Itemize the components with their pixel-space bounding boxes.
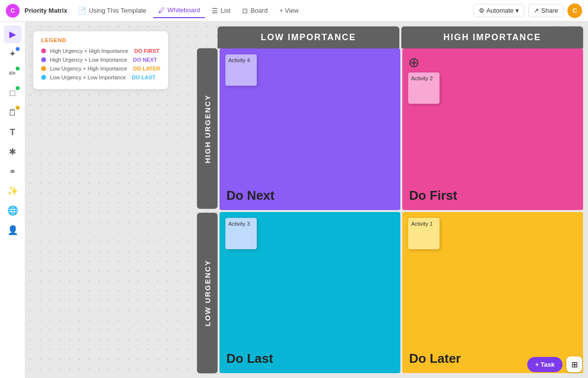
tab-board[interactable]: ⊡ Board	[237, 4, 272, 18]
alert-icon: ⊕	[408, 54, 577, 71]
ai-dot	[16, 47, 20, 51]
ai-icon: ✦	[9, 48, 16, 59]
sticky-dot	[16, 106, 20, 110]
matrix-col-headers: LOW IMPORTANCE HIGH IMPORTANCE	[218, 26, 583, 48]
automate-label: Automate	[487, 7, 514, 14]
sidebar-item-rect[interactable]: □	[4, 84, 22, 102]
col-header-low: LOW IMPORTANCE	[218, 26, 399, 48]
cell-label-do-first: Do First	[409, 188, 457, 203]
matrix-body: HIGH URGENCY LOW URGENCY Activity 4 Do N…	[197, 48, 583, 373]
legend-item-next: High Urgency + Low Importance DO NEXT	[41, 57, 160, 63]
legend-item-last: Low Urgency + Low Importance DO LAST	[41, 74, 160, 80]
cursor-icon: ▶	[9, 29, 16, 40]
priority-matrix: LOW IMPORTANCE HIGH IMPORTANCE HIGH URGE…	[197, 26, 583, 373]
legend-item-first: High Urgency + High Importance DO FIRST	[41, 48, 160, 54]
rect-icon: □	[10, 88, 15, 98]
tab-whiteboard-label: Whiteboard	[168, 6, 200, 14]
cell-do-later[interactable]: Activity 1 Do Later	[402, 212, 583, 374]
cell-do-first[interactable]: ⊕ Activity 2 Do First	[402, 48, 583, 210]
grid-icon: ⊞	[571, 360, 578, 369]
activity1-label: Activity 1	[411, 221, 433, 227]
sidebar-item-cursor[interactable]: ▶	[4, 25, 22, 43]
cell-do-last[interactable]: Activity 3 Do Last	[220, 212, 400, 374]
template-icon: 📄	[78, 7, 86, 15]
legend-title: LEGEND	[41, 37, 160, 43]
legend-panel: LEGEND High Urgency + High Importance DO…	[33, 31, 168, 89]
legend-action-later: DO LATER	[133, 66, 160, 71]
automate-icon: ⚙	[479, 7, 485, 14]
automate-chevron-icon: ▾	[515, 7, 519, 14]
tab-list[interactable]: ☰ List	[207, 4, 235, 18]
person-icon: 👤	[7, 225, 18, 236]
tab-template[interactable]: 📄 Using This Template	[73, 4, 151, 18]
pen-dot	[16, 67, 20, 71]
sidebar-item-star[interactable]: ✨	[4, 182, 22, 200]
legend-label-first: High Urgency + High Importance	[50, 48, 128, 54]
whiteboard-icon: 🖊	[158, 6, 165, 14]
sticky-activity2[interactable]: Activity 2	[408, 72, 440, 104]
board-icon: ⊡	[242, 7, 248, 15]
activity3-label: Activity 3	[228, 221, 250, 227]
row-label-low: LOW URGENCY	[197, 213, 218, 374]
sticky-icon: 🗒	[8, 108, 17, 118]
legend-item-later: Low Urgency + High Importance DO LATER	[41, 66, 160, 71]
canvas-background: LEGEND High Urgency + High Importance DO…	[25, 22, 588, 378]
matrix-row-labels: HIGH URGENCY LOW URGENCY	[197, 48, 218, 373]
star-icon: ✨	[7, 186, 18, 196]
sidebar-item-globe[interactable]: 🌐	[4, 202, 22, 219]
sidebar-item-magic[interactable]: ✱	[4, 143, 22, 161]
legend-dot-later	[41, 66, 46, 71]
sticky-activity1[interactable]: Activity 1	[408, 218, 440, 249]
add-task-button[interactable]: + Task	[527, 357, 563, 372]
sidebar-item-connect[interactable]: ⚭	[4, 163, 22, 180]
grid-view-button[interactable]: ⊞	[566, 356, 582, 372]
sticky-activity3[interactable]: Activity 3	[225, 218, 257, 249]
sidebar-item-ai[interactable]: ✦	[4, 45, 22, 63]
rect-dot	[16, 86, 20, 90]
tab-list-label: List	[220, 7, 230, 14]
cell-label-do-later: Do Later	[409, 351, 461, 366]
pen-icon: ✏	[9, 68, 16, 79]
main-layout: ▶ ✦ ✏ □ 🗒 T ✱ ⚭ ✨ 🌐	[0, 22, 588, 378]
tab-add-view[interactable]: + View	[274, 4, 303, 17]
legend-label-later: Low Urgency + High Importance	[50, 66, 127, 71]
matrix-grid: Activity 4 Do Next ⊕ Activity 2	[220, 48, 583, 373]
legend-action-last: DO LAST	[132, 74, 155, 80]
activity2-label: Activity 2	[411, 75, 433, 81]
tab-whiteboard[interactable]: 🖊 Whiteboard	[153, 3, 205, 18]
legend-action-first: DO FIRST	[134, 48, 159, 54]
automate-button[interactable]: ⚙ Automate ▾	[473, 4, 525, 17]
magic-icon: ✱	[9, 146, 16, 157]
list-icon: ☰	[212, 7, 218, 15]
legend-label-next: High Urgency + Low Importance	[50, 57, 127, 63]
tab-template-label: Using This Template	[89, 7, 146, 14]
canvas-area[interactable]: LEGEND High Urgency + High Importance DO…	[25, 22, 588, 378]
sidebar-item-text[interactable]: T	[4, 123, 22, 141]
share-label: Share	[541, 7, 558, 14]
user-avatar[interactable]: C	[567, 3, 582, 18]
text-icon: T	[10, 127, 15, 138]
topnav-right: ⚙ Automate ▾ ↗ Share C	[473, 3, 582, 18]
legend-dot-last	[41, 75, 46, 80]
activity4-label: Activity 4	[228, 57, 250, 63]
sidebar-item-pen[interactable]: ✏	[4, 65, 22, 82]
cell-do-next[interactable]: Activity 4 Do Next	[220, 48, 400, 210]
sidebar-item-person[interactable]: 👤	[4, 221, 22, 239]
col-header-high: HIGH IMPORTANCE	[401, 26, 583, 48]
legend-dot-first	[41, 48, 46, 53]
app-logo: C	[6, 4, 20, 18]
sticky-activity4[interactable]: Activity 4	[225, 54, 257, 86]
share-icon: ↗	[534, 7, 539, 14]
bottom-right-controls: + Task ⊞	[527, 356, 582, 372]
add-view-label: + View	[279, 7, 298, 14]
row-label-high: HIGH URGENCY	[197, 48, 218, 209]
legend-dot-next	[41, 57, 46, 62]
topnav: C Priority Matrix 📄 Using This Template …	[0, 0, 588, 22]
sidebar-item-sticky[interactable]: 🗒	[4, 104, 22, 121]
logo-letter: C	[11, 7, 15, 14]
connect-icon: ⚭	[9, 166, 16, 177]
legend-action-next: DO NEXT	[133, 57, 157, 63]
share-button[interactable]: ↗ Share	[528, 4, 564, 17]
tab-board-label: Board	[250, 7, 268, 14]
globe-icon: 🌐	[7, 205, 18, 216]
